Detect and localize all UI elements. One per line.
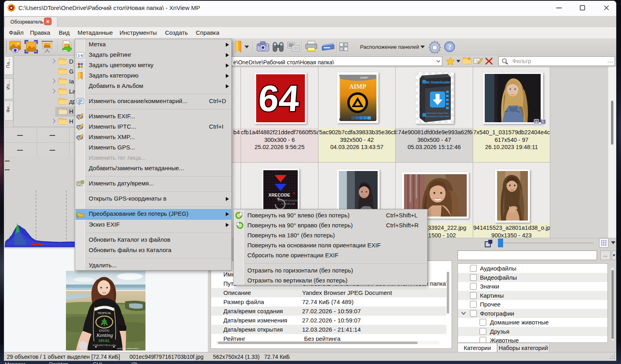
- svg-text:EXOTIC: EXOTIC: [99, 329, 109, 332]
- svg-text:Download videos from: Download videos from: [427, 112, 449, 114]
- svg-text:AIMP: AIMP: [349, 83, 366, 90]
- svg-text:Kenting: Kenting: [96, 332, 113, 338]
- svg-text:1-5: 1-5: [78, 54, 83, 58]
- svg-text:XRECODE: XRECODE: [269, 193, 290, 197]
- svg-text:ALL POPULAR: ALL POPULAR: [281, 203, 295, 205]
- svg-text:weibo.com/alleenation: weibo.com/alleenation: [117, 347, 139, 350]
- svg-text:4K Downloader: 4K Downloader: [426, 80, 451, 84]
- svg-text:3: 3: [293, 191, 295, 195]
- svg-text:thousands of video sites: thousands of video sites: [426, 115, 449, 117]
- svg-text:AIMP: AIMP: [360, 76, 368, 80]
- svg-text:SISAL: SISAL: [99, 338, 110, 343]
- svg-text:TROPICAL: TROPICAL: [97, 312, 111, 314]
- svg-text:?: ?: [448, 43, 452, 51]
- svg-text:64: 64: [257, 78, 301, 119]
